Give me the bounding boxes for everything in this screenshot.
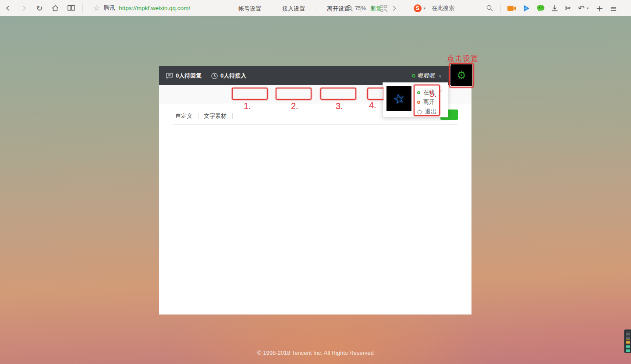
volume-bars-icon (626, 332, 630, 352)
menu-hamburger-icon[interactable]: ≡ (610, 0, 617, 16)
nav-divider (272, 6, 272, 12)
logout-label: 退出 (425, 108, 436, 116)
site-label: 腾讯 (103, 4, 115, 12)
tab-custom[interactable]: 自定义 (175, 112, 192, 120)
check-icon: ✓ (439, 88, 443, 94)
pending-reply-text: 0人待回复 (176, 72, 202, 80)
forward-icon[interactable] (16, 0, 32, 16)
more-tools-chevron-icon[interactable] (393, 0, 396, 16)
wechat-icon[interactable] (537, 0, 545, 16)
user-menu[interactable]: 喔喔喔 ∨ (412, 72, 442, 80)
power-icon (417, 110, 422, 114)
url-text[interactable]: https://mpkf.weixin.qq.com/ (119, 5, 190, 11)
menu-item-online[interactable]: 在线 (417, 88, 435, 96)
tab-leave-settings[interactable]: 离开设置 (324, 5, 353, 13)
avatar: ☆ (386, 86, 411, 111)
browser-toolbar: ↻ ☆ 腾讯 https://mpkf.weixin.qq.com/ 75% (0, 0, 631, 16)
video-camera-icon[interactable] (507, 0, 517, 16)
settings-gear-button[interactable]: ⚙ (451, 64, 472, 86)
username: 喔喔喔 (418, 72, 435, 80)
menu-item-away[interactable]: 离开 (417, 98, 435, 106)
tab-text-material[interactable]: 文字素材 (204, 112, 227, 120)
bookmark-star-icon[interactable]: ☆ (93, 4, 100, 12)
menu-item-logout[interactable]: 退出 (417, 108, 436, 116)
tab-reply-settings[interactable]: 回复 (369, 5, 383, 13)
tab-access-settings[interactable]: 接入设置 (279, 5, 308, 13)
pending-access-stat: 0人待接入 (211, 72, 246, 80)
nav-divider (316, 6, 316, 12)
online-label: 在线 (423, 88, 435, 96)
pending-reply-stat: 0人待回复 (166, 72, 202, 80)
star-doodle-icon: ☆ (392, 90, 407, 108)
video-play-icon[interactable] (523, 0, 530, 16)
nav-divider (360, 6, 361, 12)
chat-bubble-icon (166, 73, 173, 79)
screenshot-scissors-icon[interactable]: ✂ (565, 0, 571, 16)
away-ring-icon (417, 101, 420, 104)
subtab-divider (198, 113, 199, 119)
gear-icon: ⚙ (457, 69, 466, 81)
engine-caret-icon[interactable]: ▼ (423, 7, 426, 11)
ext-divider (500, 4, 501, 13)
volume-indicator (624, 329, 631, 353)
online-ring-icon (417, 91, 420, 94)
user-caret-icon: ∨ (439, 74, 442, 78)
desktop: ↻ ☆ 腾讯 https://mpkf.weixin.qq.com/ 75% (0, 0, 631, 364)
content-divider (173, 124, 458, 125)
undo-caret-icon[interactable]: ▼ (586, 7, 589, 11)
new-tab-plus-icon[interactable]: + (596, 0, 603, 16)
back-icon[interactable] (0, 0, 16, 16)
undo-icon[interactable]: ↶▼ (578, 0, 589, 16)
search-icon[interactable] (486, 0, 493, 16)
online-status-icon (412, 74, 415, 78)
download-icon[interactable] (551, 0, 558, 16)
search-bar[interactable]: S ▼ 在此搜索 (410, 0, 497, 16)
tab-account-settings[interactable]: 帐号设置 (235, 5, 264, 13)
click-settings-callout: 点击设置 (447, 53, 479, 64)
subtab-divider (232, 113, 233, 119)
away-label: 离开 (423, 98, 435, 106)
refresh-icon[interactable]: ↻ (32, 0, 47, 16)
pending-access-text: 0人待接入 (220, 72, 246, 80)
search-input[interactable]: 在此搜索 (432, 4, 454, 12)
search-divider (410, 4, 410, 13)
toolbar-divider (82, 4, 83, 12)
copyright-footer: © 1998-2018 Tencent Inc. All Rights Rese… (0, 350, 631, 356)
clock-icon (211, 73, 218, 79)
reading-mode-icon[interactable] (63, 0, 79, 16)
status-dropdown: ☆ 在线 ✓ 离开 退出 (383, 82, 448, 117)
search-engine-icon[interactable]: S (414, 4, 422, 12)
address-bar[interactable]: ☆ 腾讯 https://mpkf.weixin.qq.com/ (89, 4, 190, 12)
browser-extensions: ✂ ↶▼ + ≡ (500, 0, 617, 16)
home-icon[interactable] (47, 0, 63, 16)
